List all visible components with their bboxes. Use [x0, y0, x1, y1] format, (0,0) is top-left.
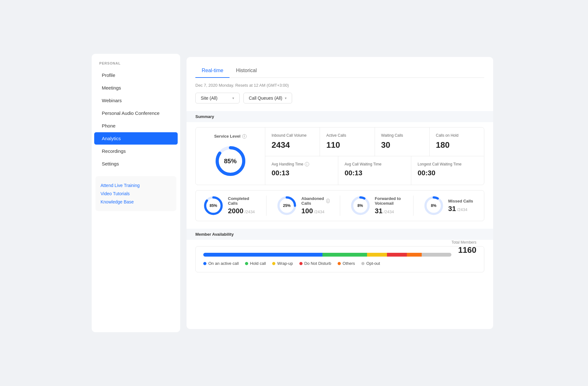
legend-label-on-active-call: On an active call: [208, 261, 239, 266]
missed-calls-percent: 8%: [431, 203, 436, 208]
availability-row: On an active callHold callWrap-upDo Not …: [203, 253, 476, 266]
abandoned-calls-donut: 25%: [277, 196, 297, 216]
legend-dot-hold-call: [245, 262, 248, 265]
stat-cell-avg-call-waiting-time: Avg Call Waiting Time00:13: [338, 156, 411, 185]
stat-value-longest-call-waiting-time: 00:30: [418, 169, 478, 177]
summary-box: Service Level i 85%: [195, 127, 484, 185]
app-container: PERSONAL ProfileMeetingsWebinarsPersonal…: [89, 51, 499, 335]
calls-detail-box: 85% Completed Calls2000 /2434 25% Abando…: [195, 190, 484, 221]
main-content: Real-time Historical Dec 7, 2020 Monday.…: [183, 51, 499, 335]
bar-segment-opt-out: [422, 253, 451, 257]
site-filter[interactable]: Site (All) ▾: [195, 93, 240, 103]
stat-cell-longest-call-waiting-time: Longest Call Waiting Time00:30: [411, 156, 484, 185]
stat-cell-waiting-calls: Waiting Calls30: [375, 128, 430, 156]
abandoned-calls-total: /2434: [313, 209, 324, 214]
legend-label-opt-out: Opt-out: [366, 261, 380, 266]
tabs-container: Real-time Historical: [195, 65, 484, 78]
missed-calls-donut: 8%: [424, 196, 444, 216]
sidebar-section-label: PERSONAL: [92, 61, 180, 65]
call-queues-filter-chevron-icon: ▾: [285, 96, 287, 100]
sidebar-link-video-tutorials[interactable]: Video Tutorials: [101, 190, 171, 198]
bar-segment-others: [407, 253, 422, 257]
legend-dot-do-not-disturb: [299, 262, 303, 265]
call-queues-filter[interactable]: Call Queues (All) ▾: [243, 93, 292, 103]
sidebar-item-settings[interactable]: Settings: [94, 158, 178, 170]
sidebar-link-attend-live-training[interactable]: Attend Live Training: [101, 181, 171, 190]
stat-label-longest-call-waiting-time: Longest Call Waiting Time: [418, 162, 478, 166]
stat-value-inbound-call-volume: 2434: [272, 140, 313, 150]
abandoned-calls-percent: 25%: [283, 203, 291, 208]
stat-label-active-calls: Active Calls: [326, 133, 368, 138]
stats-right: Inbound Call Volume2434Active Calls110Wa…: [265, 128, 484, 185]
legend-label-do-not-disturb: Do Not Disturb: [304, 261, 331, 266]
stat-value-waiting-calls: 30: [381, 140, 423, 150]
stat-label-calls-on-hold: Calls on Hold: [436, 133, 478, 138]
sidebar: PERSONAL ProfileMeetingsWebinarsPersonal…: [92, 54, 180, 332]
call-detail-completed-calls: 85% Completed Calls2000 /2434: [203, 196, 256, 216]
avg-handling-time-info-icon[interactable]: i: [305, 162, 309, 166]
abandoned-calls-info: Abandoned Callsi100 /2434: [301, 196, 330, 215]
forwarded-to-voicemail-total: /2434: [383, 209, 394, 214]
forwarded-to-voicemail-name: Forwarded to Voicemail: [375, 196, 403, 206]
tab-realtime[interactable]: Real-time: [195, 65, 230, 78]
filters-row: Site (All) ▾ Call Queues (All) ▾: [195, 93, 484, 103]
tab-historical[interactable]: Historical: [230, 65, 263, 78]
total-members-box: Total Members 1160: [451, 240, 476, 255]
stat-cell-inbound-call-volume: Inbound Call Volume2434: [265, 128, 320, 156]
legend-dot-wrap-up: [272, 262, 275, 265]
legend-item-hold-call: Hold call: [245, 261, 266, 266]
sidebar-item-profile[interactable]: Profile: [94, 69, 178, 81]
forwarded-to-voicemail-count: 31 /2434: [375, 207, 403, 215]
legend-item-others: Others: [338, 261, 355, 266]
sidebar-nav: ProfileMeetingsWebinarsPersonal Audio Co…: [92, 69, 180, 170]
legend-item-do-not-disturb: Do Not Disturb: [299, 261, 331, 266]
sidebar-item-recordings[interactable]: Recordings: [94, 145, 178, 157]
service-level-label: Service Level i: [214, 134, 246, 139]
stat-label-avg-handling-time: Avg Handling Timei: [272, 162, 332, 167]
legend-item-on-active-call: On an active call: [203, 261, 239, 266]
total-members-label: Total Members: [451, 240, 476, 245]
member-availability-section-title: Member Availability: [187, 229, 493, 240]
sidebar-item-phone[interactable]: Phone: [94, 120, 178, 132]
stats-row-top: Inbound Call Volume2434Active Calls110Wa…: [265, 128, 484, 156]
availability-left: On an active callHold callWrap-upDo Not …: [203, 253, 451, 266]
sidebar-link-knowledge-base[interactable]: Knowledge Base: [101, 198, 171, 206]
stat-cell-avg-handling-time: Avg Handling Timei00:13: [265, 156, 338, 185]
sidebar-item-meetings[interactable]: Meetings: [94, 82, 178, 94]
stat-cell-active-calls: Active Calls110: [320, 128, 375, 156]
bar-segment-hold-call: [322, 253, 367, 257]
call-detail-forwarded-to-voicemail: 8% Forwarded to Voicemail31 /2434: [340, 196, 403, 216]
forwarded-to-voicemail-info: Forwarded to Voicemail31 /2434: [375, 196, 403, 215]
abandoned-calls-count: 100 /2434: [301, 207, 330, 215]
missed-calls-name: Missed Calls: [448, 199, 476, 203]
legend-label-wrap-up: Wrap-up: [277, 261, 293, 266]
forwarded-to-voicemail-percent: 8%: [358, 203, 363, 208]
stat-value-avg-handling-time: 00:13: [272, 169, 332, 177]
missed-calls-info: Missed Calls31 /2434: [448, 199, 476, 213]
completed-calls-donut: 85%: [203, 196, 224, 216]
missed-calls-total: /2434: [456, 207, 467, 212]
legend-label-others: Others: [343, 261, 355, 266]
site-filter-label: Site (All): [201, 96, 217, 101]
bar-segment-wrap-up: [367, 253, 387, 257]
sidebar-item-webinars[interactable]: Webinars: [94, 94, 178, 107]
legend-dot-opt-out: [361, 262, 364, 265]
service-level-value: 85%: [224, 158, 236, 165]
call-detail-abandoned-calls: 25% Abandoned Callsi100 /2434: [266, 196, 329, 216]
abandoned-calls-name: Abandoned Callsi: [301, 196, 330, 206]
completed-calls-percent: 85%: [210, 203, 217, 208]
completed-calls-info: Completed Calls2000 /2434: [228, 196, 256, 215]
availability-legend: On an active callHold callWrap-upDo Not …: [203, 261, 451, 266]
sidebar-item-analytics[interactable]: Analytics: [94, 132, 178, 145]
legend-item-wrap-up: Wrap-up: [272, 261, 293, 266]
site-filter-chevron-icon: ▾: [232, 96, 234, 100]
abandoned-calls-info-icon[interactable]: i: [326, 199, 329, 203]
service-level-info-icon[interactable]: i: [242, 134, 247, 139]
completed-calls-total: /2434: [243, 209, 255, 214]
stat-cell-calls-on-hold: Calls on Hold180: [430, 128, 484, 156]
stat-label-avg-call-waiting-time: Avg Call Waiting Time: [345, 162, 405, 166]
sidebar-item-personal-audio-conference[interactable]: Personal Audio Conference: [94, 107, 178, 119]
stat-label-waiting-calls: Waiting Calls: [381, 133, 423, 138]
completed-calls-count: 2000 /2434: [228, 207, 256, 215]
completed-calls-name: Completed Calls: [228, 196, 256, 206]
